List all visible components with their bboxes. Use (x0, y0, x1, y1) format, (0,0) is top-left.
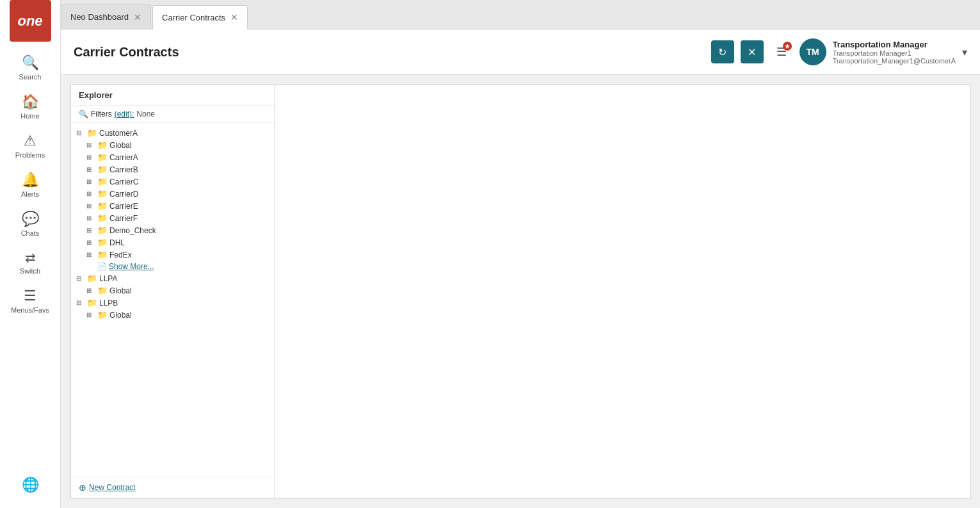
tree-item-carrierB[interactable]: ⊞ 📁 CarrierB (71, 163, 275, 176)
svg-marker-0 (785, 44, 790, 49)
sidebar-item-globe[interactable]: 🌐 (22, 470, 39, 502)
sidebar-label-menus: Menus/Favs (11, 306, 49, 314)
filters-edit-link[interactable]: (edit): (115, 110, 134, 119)
page-header: Carrier Contracts ↻ ✕ ☰ TM Transportatio… (61, 29, 980, 75)
user-role: Transportation Manager1 (833, 49, 956, 57)
tree-item-llpb[interactable]: ⊟ 📁 LLPB (71, 297, 275, 309)
sidebar: one 🔍 Search 🏠 Home ⚠ Problems 🔔 Alerts … (0, 0, 61, 508)
expand-llpa-global[interactable]: ⊞ (86, 287, 95, 294)
folder-icon-llpb: 📁 (87, 298, 97, 307)
expand-carrierF[interactable]: ⊞ (86, 215, 95, 222)
sidebar-item-home[interactable]: 🏠 Home (0, 87, 60, 126)
switch-icon: ⇄ (25, 250, 36, 265)
close-button[interactable]: ✕ (741, 40, 764, 63)
home-icon: 🏠 (22, 94, 39, 110)
tab-carrier-contracts-close[interactable]: ✕ (230, 13, 238, 22)
expand-fedex[interactable]: ⊞ (86, 251, 95, 258)
expand-demo-check[interactable]: ⊞ (86, 227, 95, 234)
folder-icon-carrierE: 📁 (97, 201, 108, 211)
folder-icon-llpb-global: 📁 (97, 310, 108, 320)
user-dropdown-arrow[interactable]: ▾ (962, 46, 967, 58)
tab-bar: Neo Dashboard ✕ Carrier Contracts ✕ (61, 0, 980, 29)
expand-llpa[interactable]: ⊟ (76, 275, 85, 282)
right-panel (275, 85, 970, 498)
tab-neo-dashboard-close[interactable]: ✕ (134, 13, 141, 22)
tree-item-carrierF[interactable]: ⊞ 📁 CarrierF (71, 212, 275, 224)
close-icon: ✕ (748, 46, 756, 58)
folder-icon-customerA: 📁 (87, 128, 97, 138)
tree-label-llpb-global: Global (109, 311, 132, 320)
tree-item-llpa-global[interactable]: ⊞ 📁 Global (71, 284, 275, 297)
menus-icon: ☰ (24, 288, 36, 304)
folder-icon-fedex: 📁 (97, 250, 108, 259)
tree-label-demo-check: Demo_Check (109, 226, 156, 235)
content-area: Explorer 🔍 Filters (edit): None ⊟ 📁 Cust… (61, 75, 980, 508)
folder-icon-carrierF: 📁 (97, 213, 108, 223)
page-title: Carrier Contracts (74, 45, 705, 60)
sidebar-label-chats: Chats (21, 229, 40, 237)
expand-carrierB[interactable]: ⊞ (86, 166, 95, 173)
tree-item-llpa[interactable]: ⊟ 📁 LLPA (71, 272, 275, 284)
expand-carrierD[interactable]: ⊞ (86, 190, 95, 197)
tab-neo-dashboard[interactable]: Neo Dashboard ✕ (61, 4, 151, 29)
folder-icon-llpa-global: 📁 (97, 286, 108, 295)
tree-label-carrierA: CarrierA (109, 153, 138, 162)
user-info: Transportation Manager Transportation Ma… (833, 40, 956, 65)
tree-item-show-more[interactable]: ⊞ 📄 Show More... (71, 261, 275, 272)
tree-item-carrierD[interactable]: ⊞ 📁 CarrierD (71, 188, 275, 200)
tree-item-fedex[interactable]: ⊞ 📁 FedEx (71, 249, 275, 261)
explorer-header: Explorer (71, 85, 275, 106)
tree-label-llpb: LLPB (99, 299, 118, 307)
explorer-panel: Explorer 🔍 Filters (edit): None ⊟ 📁 Cust… (70, 85, 275, 498)
folder-icon-demo-check: 📁 (97, 225, 108, 235)
sidebar-label-switch: Switch (20, 267, 40, 275)
folder-icon-carrierB: 📁 (97, 165, 108, 174)
tree-item-customerA[interactable]: ⊟ 📁 CustomerA (71, 127, 275, 139)
tree-item-carrierE[interactable]: ⊞ 📁 CarrierE (71, 200, 275, 212)
avatar: TM (799, 38, 826, 65)
tree-item-llpb-global[interactable]: ⊞ 📁 Global (71, 309, 275, 321)
sidebar-item-problems[interactable]: ⚠ Problems (0, 126, 60, 165)
tree-label-carrierD: CarrierD (109, 190, 138, 199)
tab-carrier-contracts[interactable]: Carrier Contracts ✕ (152, 5, 248, 29)
tree-label-fedex: FedEx (109, 250, 132, 259)
explorer-footer: ⊕ New Contract (71, 477, 275, 498)
expand-carrierE[interactable]: ⊞ (86, 202, 95, 209)
sidebar-label-search: Search (19, 73, 42, 81)
sidebar-item-search[interactable]: 🔍 Search (0, 48, 60, 87)
menu-button[interactable]: ☰ (770, 40, 793, 63)
show-more-link[interactable]: Show More... (109, 262, 154, 271)
tree-item-demo-check[interactable]: ⊞ 📁 Demo_Check (71, 224, 275, 236)
chat-icon: 💬 (22, 211, 39, 227)
tree-label-carrierF: CarrierF (109, 214, 138, 223)
sidebar-item-menus[interactable]: ☰ Menus/Favs (0, 281, 60, 320)
sidebar-item-alerts[interactable]: 🔔 Alerts (0, 165, 60, 204)
tree-label-global-1: Global (109, 141, 132, 150)
tree-item-carrierA[interactable]: ⊞ 📁 CarrierA (71, 151, 275, 163)
filter-icon: 🔍 (79, 110, 88, 119)
sidebar-label-alerts: Alerts (21, 190, 39, 198)
expand-customerA[interactable]: ⊟ (76, 129, 85, 136)
notification-badge (783, 42, 792, 51)
sidebar-item-chats[interactable]: 💬 Chats (0, 204, 60, 243)
expand-llpb[interactable]: ⊟ (76, 299, 85, 306)
sidebar-label-home: Home (20, 112, 39, 120)
expand-carrierA[interactable]: ⊞ (86, 154, 95, 161)
expand-llpb-global[interactable]: ⊞ (86, 311, 95, 318)
expand-carrierC[interactable]: ⊞ (86, 178, 95, 185)
expand-dhl[interactable]: ⊞ (86, 239, 95, 246)
tree-item-carrierC[interactable]: ⊞ 📁 CarrierC (71, 176, 275, 188)
expand-global-1[interactable]: ⊞ (86, 142, 95, 149)
tree-label-llpa-global: Global (109, 286, 132, 295)
refresh-button[interactable]: ↻ (711, 40, 734, 63)
tree-label-carrierB: CarrierB (109, 165, 138, 174)
user-name: Transportation Manager (833, 40, 956, 49)
app-logo[interactable]: one (10, 0, 51, 42)
sidebar-item-switch[interactable]: ⇄ Switch (0, 243, 60, 281)
globe-icon: 🌐 (22, 477, 39, 493)
explorer-filters: 🔍 Filters (edit): None (71, 106, 275, 123)
tree-item-dhl[interactable]: ⊞ 📁 DHL (71, 236, 275, 249)
new-contract-link[interactable]: New Contract (89, 483, 136, 492)
tree-item-global-1[interactable]: ⊞ 📁 Global (71, 139, 275, 151)
folder-icon-carrierC: 📁 (97, 177, 108, 186)
